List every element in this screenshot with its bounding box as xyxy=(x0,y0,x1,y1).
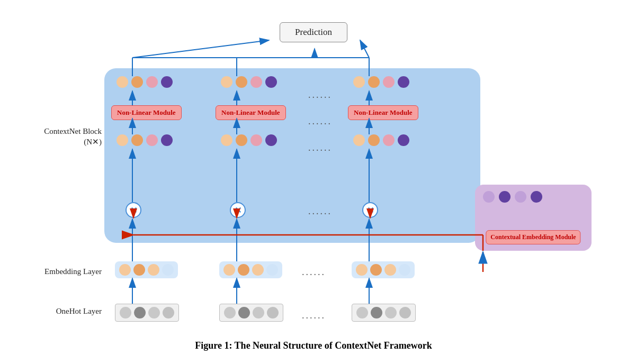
node xyxy=(146,134,158,146)
node xyxy=(356,307,368,319)
node xyxy=(399,264,410,276)
node xyxy=(162,264,174,276)
onehot-row-2 xyxy=(219,304,283,322)
node xyxy=(385,307,397,319)
node xyxy=(250,134,262,146)
dots-top: ...... xyxy=(308,89,332,101)
node xyxy=(119,264,131,276)
mid-nodes-col2 xyxy=(221,134,277,146)
diagram-container: Prediction Contextual Embedding Module C… xyxy=(22,7,605,357)
node xyxy=(221,134,232,146)
node xyxy=(148,264,159,276)
mid-nodes-col1 xyxy=(117,134,173,146)
node xyxy=(265,76,277,88)
nlm-box-1: Non-Linear Module xyxy=(111,105,182,120)
dots-embed: ...... xyxy=(302,267,326,278)
multiply-col2: ✕ xyxy=(230,202,246,218)
contextnet-block-label: ContextNet Block (N✕) xyxy=(22,126,102,147)
nlm-col1: Non-Linear Module xyxy=(111,105,182,120)
node xyxy=(398,76,409,88)
ctx-node-1 xyxy=(483,191,495,203)
mid-nodes-col3 xyxy=(353,134,409,146)
node xyxy=(371,307,382,319)
node xyxy=(253,307,264,319)
embed-row-2 xyxy=(219,261,282,278)
contextnet-block-text: ContextNet Block xyxy=(44,127,102,135)
prediction-box: Prediction xyxy=(280,22,347,42)
top-nodes-col2 xyxy=(221,76,277,88)
caption-text: Figure 1: The Neural Structure of Contex… xyxy=(195,340,432,351)
node xyxy=(398,134,409,146)
node xyxy=(131,134,143,146)
nlm-label-3: Non-Linear Module xyxy=(354,108,413,116)
node xyxy=(120,307,131,319)
node xyxy=(238,307,250,319)
dots-mid: ...... xyxy=(308,142,332,153)
node xyxy=(134,307,146,319)
embed-row-1 xyxy=(115,261,178,278)
embed-row-3 xyxy=(352,261,415,278)
onehot-layer-text: OneHot Layer xyxy=(56,307,102,315)
node xyxy=(236,76,247,88)
onehot-layer-label: OneHot Layer xyxy=(22,306,102,317)
multiply-col1: ✕ xyxy=(126,202,141,218)
node xyxy=(265,134,277,146)
ctx-node-4 xyxy=(531,191,542,203)
node xyxy=(368,134,380,146)
onehot-row-1 xyxy=(115,304,179,322)
cem-label: Contextual Embedding Module xyxy=(490,233,576,241)
node xyxy=(161,134,173,146)
nlm-box-2: Non-Linear Module xyxy=(216,105,286,120)
cem-box: Contextual Embedding Module xyxy=(486,230,580,244)
dots-onehot: ...... xyxy=(302,310,326,321)
nlm-box-3: Non-Linear Module xyxy=(348,105,418,120)
node xyxy=(267,307,279,319)
dots-nlm: ...... xyxy=(308,116,332,127)
node xyxy=(353,134,365,146)
node xyxy=(384,264,396,276)
onehot-row-3 xyxy=(352,304,416,322)
multiply-col3: ✕ xyxy=(362,202,378,218)
node xyxy=(224,307,236,319)
dots-bottom: ...... xyxy=(308,206,332,217)
node xyxy=(383,76,395,88)
node xyxy=(133,264,145,276)
node xyxy=(383,134,395,146)
embedding-layer-label: Embedding Layer xyxy=(22,267,102,277)
contextnet-block-n: (N✕) xyxy=(84,138,102,146)
node xyxy=(161,76,173,88)
node xyxy=(250,76,262,88)
embedding-layer-text: Embedding Layer xyxy=(44,267,102,276)
ctx-node-2 xyxy=(499,191,510,203)
node xyxy=(368,76,380,88)
nlm-label-1: Non-Linear Module xyxy=(117,108,176,116)
svg-line-24 xyxy=(132,40,269,58)
top-nodes-col3 xyxy=(353,76,409,88)
node xyxy=(223,264,235,276)
node xyxy=(370,264,382,276)
node xyxy=(148,307,160,319)
node xyxy=(117,76,128,88)
node xyxy=(238,264,249,276)
figure-caption: Figure 1: The Neural Structure of Contex… xyxy=(195,340,432,351)
node xyxy=(399,307,411,319)
node xyxy=(221,76,232,88)
nlm-col2: Non-Linear Module xyxy=(216,105,286,120)
node xyxy=(117,134,128,146)
node xyxy=(131,76,143,88)
node xyxy=(353,76,365,88)
svg-line-25 xyxy=(360,40,369,58)
node xyxy=(356,264,368,276)
node xyxy=(163,307,174,319)
node xyxy=(252,264,264,276)
ctx-node-3 xyxy=(515,191,526,203)
top-nodes-col1 xyxy=(117,76,173,88)
node xyxy=(146,76,158,88)
prediction-label: Prediction xyxy=(295,27,332,37)
nlm-col3: Non-Linear Module xyxy=(348,105,418,120)
nlm-label-2: Non-Linear Module xyxy=(221,108,280,116)
node xyxy=(236,134,247,146)
main-block xyxy=(104,68,480,243)
context-block: Contextual Embedding Module xyxy=(475,185,592,251)
node xyxy=(266,264,278,276)
